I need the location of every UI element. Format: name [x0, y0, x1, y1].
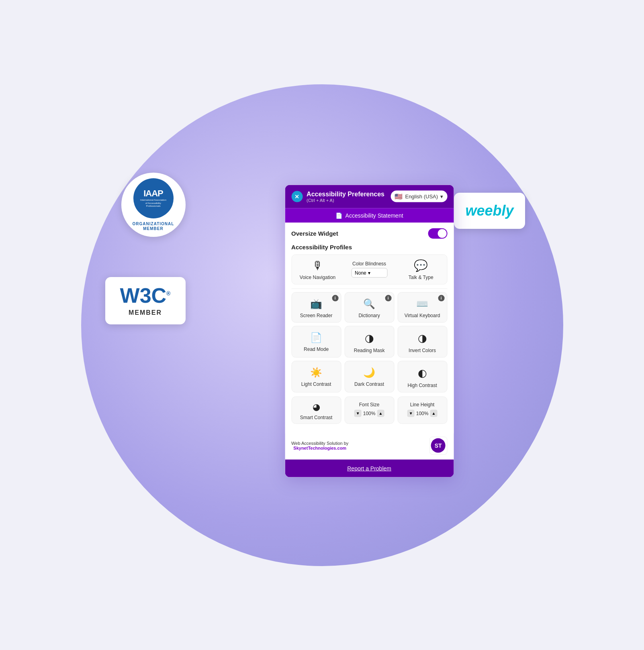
light-contrast-icon: ☀️ [310, 367, 322, 378]
close-button[interactable]: ✕ [291, 191, 303, 202]
font-size-tile: Font Size ▼ 100% ▲ [344, 396, 394, 424]
statement-label: Accessibility Statement [346, 212, 403, 218]
features-grid: i 📺 Screen Reader i 🔍 Dictionary i ⌨️ Vi… [291, 292, 447, 392]
skynet-logo-icon: ST [431, 438, 446, 453]
iaap-org-member: ORGANIZATIONALMEMBER [133, 222, 174, 231]
talk-and-type-icon: 💬 [414, 259, 428, 272]
profiles-label: Accessibility Profiles [291, 243, 447, 250]
dark-contrast-tile[interactable]: 🌙 Dark Contrast [344, 361, 394, 392]
circle-background: IAAP International Association of Access… [81, 84, 563, 566]
oversize-widget-label: Oversize Widget [291, 230, 338, 237]
dark-contrast-icon: 🌙 [363, 367, 375, 378]
virtual-keyboard-tile[interactable]: i ⌨️ Virtual Keyboard [397, 292, 447, 322]
toggle-knob [438, 229, 446, 238]
font-size-value: 100% [363, 410, 376, 416]
line-height-increase[interactable]: ▲ [430, 410, 437, 417]
info-badge: i [438, 295, 444, 301]
info-badge: i [332, 295, 338, 301]
smart-contrast-icon: ◕ [313, 401, 320, 412]
voice-navigation-icon: 🎙 [312, 259, 323, 272]
screen-reader-tile[interactable]: i 📺 Screen Reader [291, 292, 341, 322]
widget-shortcut: (Ctrl + Alt + A) [307, 198, 384, 202]
read-mode-tile[interactable]: 📄 Read Mode [291, 326, 341, 357]
widget-footer: Web Accessibility Solution by SkynetTech… [285, 433, 454, 459]
language-label: English (USA) [405, 194, 438, 200]
report-problem-button[interactable]: Report a Problem [285, 459, 454, 477]
screen-reader-label: Screen Reader [300, 312, 333, 318]
widget-title: Accessibility Preferences [307, 190, 384, 198]
footer-text: Web Accessibility Solution by SkynetTech… [291, 441, 348, 450]
widget-body: Oversize Widget Accessibility Profiles 🎙… [285, 222, 454, 433]
virtual-keyboard-label: Virtual Keyboard [405, 312, 440, 318]
top-features-row: 🎙 Voice Navigation Color Blindness None … [291, 254, 447, 284]
select-arrow-icon: ▾ [368, 270, 370, 276]
weebly-badge: weebly [454, 193, 525, 229]
divider [291, 288, 447, 289]
virtual-keyboard-icon: ⌨️ [416, 298, 428, 309]
invert-colors-label: Invert Colors [409, 347, 436, 353]
statement-icon: 📄 [335, 212, 342, 218]
voice-navigation-label: Voice Navigation [300, 274, 335, 280]
reading-mask-tile[interactable]: ◑ Reading Mask [344, 326, 394, 357]
high-contrast-icon: ◐ [418, 367, 427, 379]
line-height-value: 100% [416, 410, 429, 416]
voice-navigation-item[interactable]: 🎙 Voice Navigation [294, 259, 341, 280]
font-size-label: Font Size [359, 401, 380, 407]
w3c-member-label: MEMBER [129, 309, 162, 316]
reading-mask-label: Reading Mask [354, 347, 385, 353]
footer-logo: ST [429, 436, 447, 454]
light-contrast-label: Light Contrast [301, 381, 331, 387]
flag-icon: 🇺🇸 [395, 193, 403, 200]
color-blindness-select[interactable]: None ▾ [351, 268, 387, 278]
smart-contrast-tile[interactable]: ◕ Smart Contrast [291, 396, 341, 424]
dark-contrast-label: Dark Contrast [354, 381, 384, 387]
line-height-decrease[interactable]: ▼ [407, 410, 415, 417]
w3c-badge: W3C® MEMBER [105, 277, 186, 324]
accessibility-statement-bar[interactable]: 📄 Accessibility Statement [285, 208, 454, 222]
info-badge: i [385, 295, 391, 301]
light-contrast-tile[interactable]: ☀️ Light Contrast [291, 361, 341, 392]
dictionary-icon: 🔍 [363, 298, 375, 309]
read-mode-label: Read Mode [304, 346, 329, 352]
iaap-badge: IAAP International Association of Access… [121, 173, 186, 237]
read-mode-icon: 📄 [310, 332, 322, 343]
color-blindness-value: None [355, 270, 366, 276]
smart-contrast-label: Smart Contrast [300, 414, 333, 420]
dictionary-label: Dictionary [358, 312, 380, 318]
reading-mask-icon: ◑ [365, 332, 374, 344]
font-size-decrease[interactable]: ▼ [354, 410, 362, 417]
color-blindness-title: Color Blindness [352, 261, 386, 267]
language-selector[interactable]: 🇺🇸 English (USA) ▾ [390, 191, 447, 202]
high-contrast-label: High Contrast [407, 382, 437, 388]
footer-link[interactable]: SkynetTechnologies.com [293, 446, 346, 450]
color-blindness-area: Color Blindness None ▾ [341, 261, 397, 278]
chevron-down-icon: ▾ [440, 194, 443, 200]
talk-and-type-item[interactable]: 💬 Talk & Type [397, 259, 444, 280]
high-contrast-tile[interactable]: ◐ High Contrast [397, 361, 447, 392]
widget-header: ✕ Accessibility Preferences (Ctrl + Alt … [285, 185, 454, 208]
line-height-tile: Line Height ▼ 100% ▲ [397, 396, 447, 424]
iaap-title: IAAP [143, 188, 163, 199]
weebly-text: weebly [465, 202, 513, 219]
invert-colors-tile[interactable]: ◑ Invert Colors [397, 326, 447, 357]
screen-reader-icon: 📺 [310, 298, 322, 309]
accessibility-widget-panel: ✕ Accessibility Preferences (Ctrl + Alt … [285, 185, 454, 477]
invert-colors-icon: ◑ [418, 332, 427, 344]
iaap-subtitle: International Association of Accessibili… [139, 199, 168, 208]
talk-and-type-label: Talk & Type [409, 274, 433, 280]
bottom-controls-row: ◕ Smart Contrast Font Size ▼ 100% ▲ Line… [291, 396, 447, 424]
w3c-title: W3C® [120, 285, 171, 306]
dictionary-tile[interactable]: i 🔍 Dictionary [344, 292, 394, 322]
line-height-label: Line Height [410, 401, 435, 407]
font-size-increase[interactable]: ▲ [377, 410, 384, 417]
oversize-widget-row: Oversize Widget [291, 228, 447, 238]
oversize-widget-toggle[interactable] [428, 228, 447, 238]
